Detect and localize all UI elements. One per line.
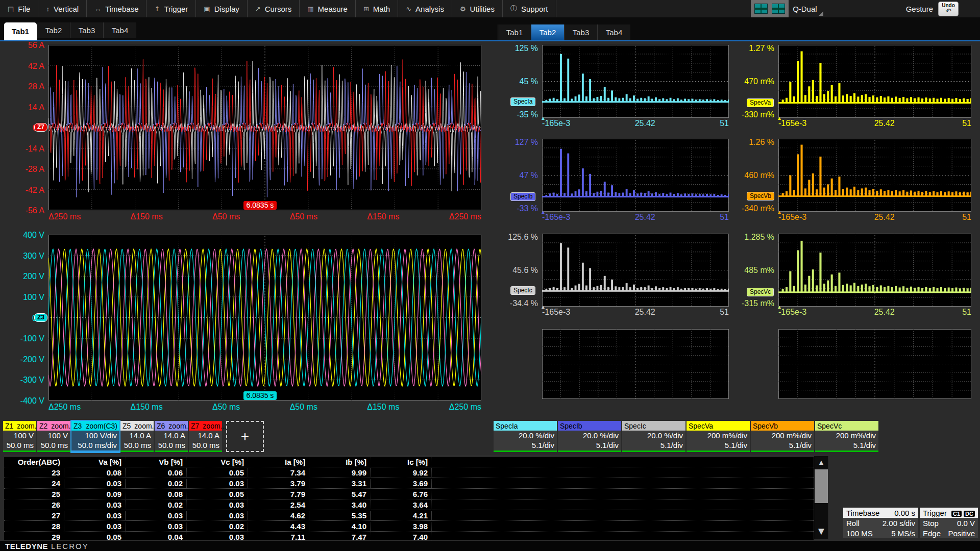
SpecIc-bar — [670, 287, 672, 291]
table-cell: 29 — [4, 533, 64, 541]
SpecVb-bar — [801, 145, 803, 196]
SpecIa-bar — [670, 98, 672, 102]
SpecVc-bar — [861, 285, 863, 292]
table-row: 270.030.030.034.625.354.21 — [4, 510, 814, 521]
SpecIb-label-badge[interactable]: SpecIb — [510, 192, 535, 201]
menu-item-label: Trigger — [164, 5, 188, 13]
left-tab-tab4[interactable]: Tab4 — [103, 22, 136, 38]
SpecIc-bar — [648, 286, 650, 291]
empty-grid-0 — [542, 329, 729, 399]
SpecIc-bar — [615, 286, 617, 291]
SpecVb-label-badge[interactable]: SpecVb — [747, 192, 774, 201]
current-zoom-pane-zoom-badge[interactable]: Z7 — [34, 123, 47, 132]
SpecVa-bar — [869, 97, 871, 103]
table-cell: 0.03 — [187, 533, 248, 541]
SpecVb-x-tick: ▲-165e-3 — [778, 213, 806, 222]
descriptor-row: Z1zoom...100 V50.0 msZ2zoom...100 V50.0 … — [0, 421, 980, 453]
descriptor-z5[interactable]: Z5zoom...14.0 A50.0 ms — [120, 421, 154, 452]
table-cell: 0.02 — [126, 500, 187, 509]
right-tab-tab1[interactable]: Tab1 — [498, 24, 531, 40]
descriptor-z3[interactable]: Z3zoom(C3)100 V/div50.0 ms/div — [71, 421, 119, 452]
menu-item-utilities[interactable]: ⚙Utilities — [452, 0, 503, 17]
descriptor-z2[interactable]: Z2zoom...100 V50.0 ms — [37, 421, 70, 452]
menu-item-label: File — [18, 5, 30, 13]
descriptor-z1[interactable]: Z1zoom...100 V50.0 ms — [3, 421, 36, 452]
SpecVa-x-axis: ▲-165e-325.4251 — [778, 119, 971, 128]
SpecIc-bar — [567, 247, 569, 291]
descriptor-z6[interactable]: Z6zoom...14.0 A50.0 ms — [155, 421, 188, 452]
descriptor-z7[interactable]: Z7zoom...14.0 A50.0 ms — [189, 421, 222, 452]
menu-item-label: Analysis — [415, 5, 444, 13]
table-cell: 0.05 — [187, 490, 248, 498]
timebase-box[interactable]: Timebase 0.00 s Roll2.00 s/div100 MS5 MS… — [843, 508, 918, 538]
undo-button[interactable]: Undo ↶ — [938, 2, 959, 16]
display-grid-icon[interactable] — [772, 4, 785, 14]
SpecVa-bar — [842, 95, 844, 103]
SpecVc-label-badge[interactable]: SpecVc — [747, 288, 774, 296]
menu-item-trigger[interactable]: ↥Trigger — [146, 0, 196, 17]
left-tab-tab1[interactable]: Tab1 — [4, 22, 37, 40]
SpecVa-bar — [944, 99, 946, 103]
SpecIc-baseline — [542, 290, 729, 292]
table-cell: 2.54 — [248, 500, 309, 509]
SpecIc-label-badge[interactable]: SpecIc — [510, 286, 535, 295]
descriptor-specic[interactable]: SpecIc20.0 %/div5.1/div — [622, 421, 685, 452]
SpecVc-bar — [899, 288, 901, 292]
menu-item-display[interactable]: ▣Display — [196, 0, 247, 17]
trigger-box[interactable]: Trigger C1DC Stop0.0 VEdgePositive — [920, 508, 978, 538]
SpecIa-x-tick: 25.42 — [635, 119, 655, 128]
SpecIb-bar — [655, 192, 657, 197]
SpecVa-bar — [872, 95, 874, 103]
menu-item-file[interactable]: ▤File — [0, 0, 38, 17]
menu-item-cursors[interactable]: ↗Cursors — [248, 0, 300, 17]
descriptor-specia[interactable]: SpecIa20.0 %/div5.1/div — [494, 421, 557, 452]
menu-item-analysis[interactable]: ∿Analysis — [398, 0, 452, 17]
SpecIa-bar — [636, 99, 639, 102]
calculator-icon: ⊞ — [363, 5, 369, 13]
right-tab-tab2[interactable]: Tab2 — [531, 24, 564, 40]
descriptor-specvb[interactable]: SpecVb200 m%/div5.1/div — [751, 421, 814, 452]
voltage-zoom-pane-zoom-badge[interactable]: Z3 — [34, 313, 47, 322]
SpecVa-bar — [906, 98, 908, 103]
scroll-up-icon[interactable]: ▲ — [814, 456, 828, 468]
SpecIa-label-badge[interactable]: SpecIa — [510, 97, 535, 106]
SpecVa-label-badge[interactable]: SpecVa — [747, 98, 774, 107]
SpecIb-bar — [666, 194, 668, 196]
descriptor-line2: 5.1/div — [753, 440, 812, 450]
SpecVc-x-axis: ▲-165e-325.4251 — [778, 308, 971, 317]
table-cell: 5.35 — [309, 511, 371, 520]
right-tab-tab3[interactable]: Tab3 — [564, 24, 597, 40]
scrollbar-thumb[interactable] — [815, 469, 828, 503]
menu-item-timebase[interactable]: ↔Timebase — [87, 0, 146, 17]
menu-item-measure[interactable]: ▥Measure — [300, 0, 356, 17]
qdual-mode-label[interactable]: Q-Dual — [789, 0, 824, 17]
menu-item-math[interactable]: ⊞Math — [356, 0, 398, 17]
left-tab-tab2[interactable]: Tab2 — [37, 22, 70, 38]
menu-item-support[interactable]: ⓘSupport — [503, 0, 556, 17]
left-tab-tab3[interactable]: Tab3 — [70, 22, 103, 38]
right-tab-tab4[interactable]: Tab4 — [597, 24, 630, 40]
SpecIb-bar — [695, 194, 697, 197]
SpecIb-bar — [713, 194, 715, 196]
table-scrollbar[interactable]: ▲ ▼ — [814, 456, 829, 539]
SpecVb-bar — [963, 192, 965, 196]
scroll-down-icon[interactable]: ▼ — [814, 523, 828, 539]
descriptor-specva[interactable]: SpecVa200 m%/div5.1/div — [687, 421, 750, 452]
add-trace-button[interactable]: + — [226, 421, 264, 452]
voltage-zoom-pane-y-tick: -400 V — [2, 396, 44, 405]
SpecVc-bar — [895, 286, 897, 292]
table-cell: 3.98 — [371, 522, 432, 531]
menu-item-label: Utilities — [470, 5, 495, 13]
display-icon: ▣ — [204, 5, 210, 13]
SpecVb-bar — [872, 189, 874, 196]
SpecVb-bar — [812, 173, 814, 196]
SpecVb-bar — [782, 193, 784, 196]
descriptor-specib[interactable]: SpecIb20.0 %/div5.1/div — [558, 421, 621, 452]
menu-item-vertical[interactable]: ↕Vertical — [38, 0, 87, 17]
display-grid-icon[interactable] — [754, 4, 768, 14]
descriptor-name: SpecIa — [496, 422, 518, 430]
SpecVc-bar — [842, 285, 844, 292]
SpecVc-bar — [827, 281, 829, 292]
timebase-value: 5 MS/s — [891, 529, 915, 538]
descriptor-specvc[interactable]: SpecVc200 m%/div5.1/div — [815, 421, 878, 452]
